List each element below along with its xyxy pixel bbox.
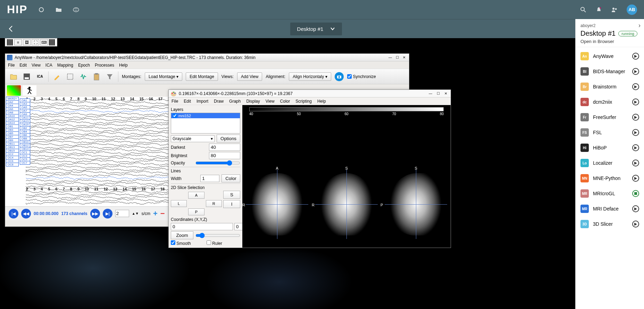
stop-icon[interactable]: [632, 190, 639, 197]
nav-p-button[interactable]: P: [188, 208, 204, 215]
app-brainstorm[interactable]: BrBrainstorm: [576, 79, 644, 94]
app-anywave[interactable]: AnAnyWave: [576, 49, 644, 64]
close-button[interactable]: ✕: [443, 91, 449, 96]
ica-icon[interactable]: ICA: [35, 72, 45, 81]
clipboard-icon[interactable]: [92, 72, 101, 81]
coronal-slice[interactable]: S R: [315, 170, 378, 239]
play-icon[interactable]: [632, 129, 639, 136]
nav-i-button[interactable]: I: [223, 200, 240, 208]
circle-icon[interactable]: [38, 6, 45, 13]
anywave-titlebar[interactable]: AnyWave - /home/aboyer2/nextcloud/Collab…: [5, 54, 409, 61]
desktop-selector[interactable]: Desktop #1: [290, 23, 342, 35]
nav-l-button[interactable]: L: [171, 200, 187, 207]
coord-x-input[interactable]: [171, 223, 233, 230]
minimize-button[interactable]: —: [427, 91, 434, 96]
nav-a-button[interactable]: A: [188, 192, 204, 199]
maximize-button[interactable]: ☐: [394, 55, 400, 60]
axial-slice[interactable]: A R: [246, 170, 308, 239]
app-fsl[interactable]: FSFSL: [576, 125, 644, 140]
menu-display[interactable]: Display: [246, 99, 260, 104]
menu-epoch[interactable]: Epoch: [78, 63, 90, 68]
mricrogl-titlebar[interactable]: 0.196167×-0.143066×-0.228615mm (103×150×…: [169, 90, 451, 97]
chevron-right-icon[interactable]: ›: [638, 22, 641, 29]
filter-icon[interactable]: [105, 72, 115, 81]
speed-input[interactable]: [115, 210, 129, 217]
save-icon[interactable]: [22, 72, 32, 81]
signal-icon[interactable]: [78, 72, 88, 81]
channel-label[interactable]: OC8: [6, 163, 19, 166]
figure-icon[interactable]: [23, 85, 36, 96]
menu-draw[interactable]: Draw: [214, 99, 224, 104]
menu-import[interactable]: Import: [196, 99, 208, 104]
app-hibop[interactable]: HiHiBoP: [576, 140, 644, 155]
nav-s-button[interactable]: S: [223, 191, 240, 199]
layer-visibility-checkbox[interactable]: [173, 113, 177, 118]
menu-mapping[interactable]: Mapping: [57, 63, 73, 68]
zoom-button[interactable]: Zoom: [171, 231, 193, 239]
layer-item-mni152[interactable]: mni152: [171, 113, 240, 118]
menu-color[interactable]: Color: [280, 99, 290, 104]
app-localizer[interactable]: LoLocalizer: [576, 155, 644, 171]
play-icon[interactable]: [632, 160, 639, 166]
search-icon[interactable]: [580, 6, 587, 13]
menu-icon[interactable]: ≡: [14, 39, 22, 45]
app-3d-slicer[interactable]: 3D3D Slicer: [576, 216, 644, 232]
options-button[interactable]: Options: [217, 135, 240, 143]
menu-graph[interactable]: Graph: [229, 99, 241, 104]
fullscreen-mini-icon[interactable]: ⛶: [32, 39, 39, 45]
channel-label[interactable]: OC7: [20, 161, 30, 165]
close-button[interactable]: ✕: [401, 55, 407, 60]
rewind-button[interactable]: ◀◀: [21, 209, 31, 218]
pencil-icon[interactable]: [52, 72, 62, 81]
menu-help[interactable]: Help: [119, 63, 128, 68]
load-montage-button[interactable]: Load Montage ▾: [145, 72, 182, 81]
menu-edit[interactable]: Edit: [184, 99, 191, 104]
brain-view[interactable]: 4050607080 A R S R: [242, 105, 451, 248]
nav-r-button[interactable]: R: [206, 200, 222, 207]
back-button[interactable]: [7, 25, 15, 33]
play-icon[interactable]: [632, 98, 639, 105]
play-icon[interactable]: [632, 68, 639, 75]
colormap-preview-icon[interactable]: [7, 85, 21, 96]
app-mricrogl[interactable]: MRMRIcroGL: [576, 186, 644, 201]
coord-y-input[interactable]: [234, 223, 242, 230]
add-view-button[interactable]: Add View: [237, 72, 262, 81]
forward-button[interactable]: ▶▶: [90, 209, 100, 218]
zoom-slider[interactable]: [195, 233, 240, 238]
minimize-button[interactable]: —: [387, 55, 393, 60]
menu-file[interactable]: File: [172, 99, 178, 104]
synchronize-checkbox[interactable]: Synchronize: [347, 74, 376, 79]
play-icon[interactable]: [632, 83, 639, 90]
users-icon[interactable]: [611, 6, 618, 13]
minus-icon[interactable]: −: [160, 209, 165, 218]
app-freesurfer[interactable]: FrFreeSurfer: [576, 110, 644, 125]
darkest-input[interactable]: [209, 144, 240, 151]
brain-icon[interactable]: [73, 6, 80, 13]
play-icon[interactable]: [632, 114, 639, 121]
ruler-checkbox[interactable]: Ruler: [207, 240, 240, 246]
line-color-button[interactable]: Color: [221, 174, 240, 182]
play-icon[interactable]: [632, 53, 639, 60]
menu-ica[interactable]: ICA: [45, 63, 52, 68]
skip-end-button[interactable]: ▶|: [103, 209, 112, 218]
open-in-browser-link[interactable]: Open in Browser: [580, 39, 639, 44]
edit-montage-button[interactable]: Edit Montage: [186, 72, 218, 81]
select-icon[interactable]: [65, 72, 75, 81]
play-icon[interactable]: [632, 205, 639, 212]
menu-help[interactable]: Help: [317, 99, 326, 104]
app-dcm2niix[interactable]: dcdcm2niix: [576, 94, 644, 110]
app-bids-manager[interactable]: BIBIDS-Manager: [576, 64, 644, 79]
skip-start-button[interactable]: |◀: [9, 209, 18, 218]
line-width-input[interactable]: [200, 175, 219, 182]
bell-icon[interactable]: [595, 6, 602, 13]
open-file-icon[interactable]: [9, 72, 18, 81]
smooth-checkbox[interactable]: Smooth: [171, 240, 204, 246]
play-icon[interactable]: [632, 144, 639, 151]
image-icon[interactable]: 🖼: [23, 39, 31, 45]
user-avatar[interactable]: AB: [627, 5, 637, 15]
folder-icon[interactable]: [55, 6, 62, 13]
colormap-select[interactable]: Grayscale ▾: [171, 135, 215, 142]
maximize-button[interactable]: ☐: [435, 91, 441, 96]
menu-view[interactable]: View: [32, 63, 41, 68]
app-mri-deface[interactable]: MRMRI Deface: [576, 201, 644, 216]
